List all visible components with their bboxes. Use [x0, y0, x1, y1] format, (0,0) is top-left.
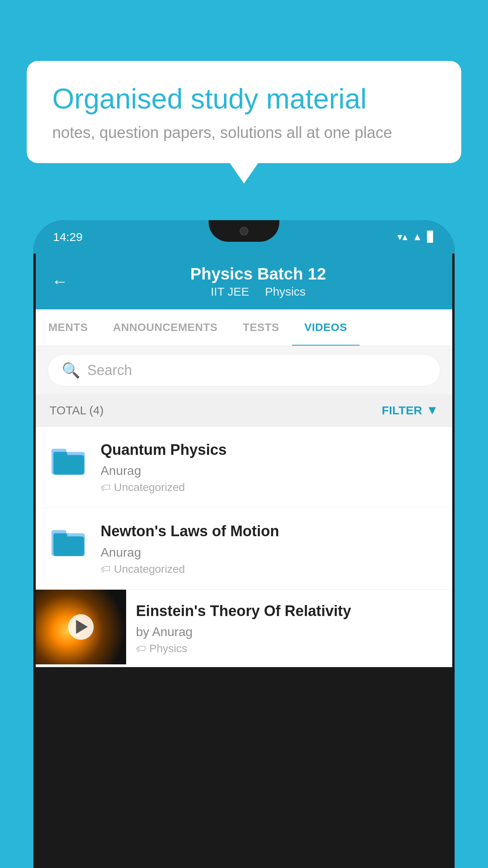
phone-screen: ← Physics Batch 12 IIT JEE Physics MENTS…	[36, 254, 452, 667]
video-title: Einstein's Theory Of Relativity	[136, 601, 440, 621]
subtitle-iit: IIT JEE	[211, 285, 249, 298]
tag-label: Physics	[149, 642, 187, 655]
wifi-icon: ▾▴	[397, 231, 407, 243]
folder-icon	[50, 524, 89, 563]
speech-bubble-container: Organised study material notes, question…	[27, 61, 461, 163]
video-title: Quantum Physics	[101, 440, 438, 460]
search-container: 🔍 Search	[36, 346, 452, 394]
search-icon: 🔍	[62, 362, 80, 379]
filter-label: FILTER	[382, 404, 422, 417]
tag-icon: 🏷	[101, 482, 111, 494]
svg-rect-7	[53, 533, 67, 539]
video-author: Anurag	[101, 463, 438, 478]
header-center: Physics Batch 12 IIT JEE Physics	[80, 265, 437, 298]
video-list: Quantum Physics Anurag 🏷 Uncategorized	[36, 427, 452, 667]
svg-rect-3	[53, 452, 67, 457]
video-title: Newton's Laws of Motion	[101, 522, 438, 541]
play-icon	[76, 620, 88, 634]
notch	[209, 220, 279, 242]
filter-button[interactable]: FILTER ▼	[382, 403, 438, 417]
folder-icon	[50, 442, 89, 482]
list-item[interactable]: Quantum Physics Anurag 🏷 Uncategorized	[36, 427, 452, 508]
search-placeholder-text: Search	[87, 362, 132, 379]
phone-frame: 14:29 ▾▴ ▲ ▊ ← Physics Batch 12 IIT JEE …	[33, 220, 455, 868]
subtitle-physics: Physics	[265, 285, 305, 298]
search-bar[interactable]: 🔍 Search	[48, 354, 440, 386]
tab-tests[interactable]: TESTS	[230, 309, 292, 346]
svg-rect-6	[53, 537, 84, 556]
tab-announcements[interactable]: ANNOUNCEMENTS	[101, 309, 230, 346]
tab-videos[interactable]: VIDEOS	[292, 309, 360, 346]
video-author: by Anurag	[136, 625, 440, 639]
tabs-bar: MENTS ANNOUNCEMENTS TESTS VIDEOS	[36, 309, 452, 346]
video-info: Quantum Physics Anurag 🏷 Uncategorized	[101, 440, 438, 494]
filter-icon: ▼	[426, 403, 438, 417]
bubble-title: Organised study material	[52, 83, 436, 115]
tag-icon: 🏷	[136, 643, 146, 655]
batch-title: Physics Batch 12	[80, 265, 437, 283]
video-tag: 🏷 Physics	[136, 642, 440, 655]
batch-subtitle: IIT JEE Physics	[80, 285, 437, 298]
video-tag: 🏷 Uncategorized	[101, 563, 438, 576]
video-tag: 🏷 Uncategorized	[101, 481, 438, 494]
tab-ments[interactable]: MENTS	[36, 309, 101, 346]
app-header: ← Physics Batch 12 IIT JEE Physics	[36, 254, 452, 309]
speech-bubble: Organised study material notes, question…	[27, 61, 461, 163]
status-bar: 14:29 ▾▴ ▲ ▊	[33, 220, 455, 254]
video-info: Einstein's Theory Of Relativity by Anura…	[126, 590, 452, 667]
total-count: TOTAL (4)	[50, 404, 104, 417]
tag-label: Uncategorized	[114, 563, 185, 576]
svg-rect-2	[53, 455, 84, 475]
tag-icon: 🏷	[101, 563, 111, 575]
camera	[240, 227, 248, 235]
list-item[interactable]: Newton's Laws of Motion Anurag 🏷 Uncateg…	[36, 508, 452, 589]
list-item[interactable]: Einstein's Theory Of Relativity by Anura…	[36, 590, 452, 667]
bubble-subtitle: notes, question papers, solutions all at…	[52, 124, 436, 142]
play-button[interactable]	[68, 614, 94, 640]
signal-icon: ▲	[412, 231, 422, 243]
video-info: Newton's Laws of Motion Anurag 🏷 Uncateg…	[101, 522, 438, 575]
back-button[interactable]: ←	[51, 273, 68, 290]
tag-label: Uncategorized	[114, 481, 185, 494]
status-time: 14:29	[53, 230, 83, 244]
video-author: Anurag	[101, 545, 438, 560]
filter-bar: TOTAL (4) FILTER ▼	[36, 394, 452, 427]
video-thumbnail	[36, 590, 126, 664]
battery-icon: ▊	[427, 231, 435, 243]
status-icons: ▾▴ ▲ ▊	[397, 231, 435, 243]
